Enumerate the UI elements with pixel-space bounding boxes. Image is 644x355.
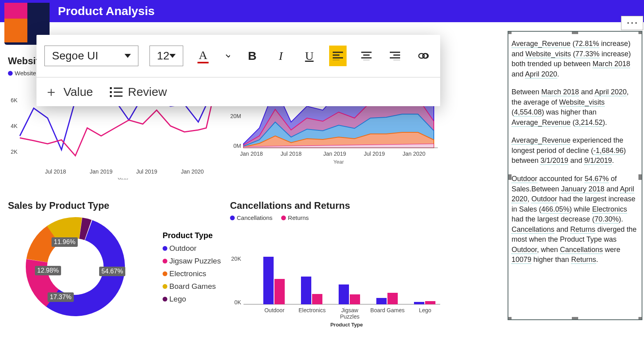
svg-rect-54 bbox=[263, 257, 274, 304]
svg-text:Jul 2018: Jul 2018 bbox=[281, 151, 302, 157]
svg-rect-60 bbox=[376, 298, 387, 304]
svg-text:4K: 4K bbox=[11, 123, 18, 129]
resize-handle[interactable] bbox=[508, 31, 512, 34]
resize-handle[interactable] bbox=[638, 31, 642, 34]
italic-button[interactable]: I bbox=[272, 46, 289, 66]
font-color-dropdown[interactable] bbox=[223, 46, 232, 66]
svg-text:11.96%: 11.96% bbox=[54, 239, 75, 245]
narrative-paragraph: Average_Revenue experienced the longest … bbox=[512, 136, 638, 166]
svg-rect-62 bbox=[414, 302, 424, 304]
svg-text:Jul 2018: Jul 2018 bbox=[45, 168, 66, 175]
svg-text:Outdoor: Outdoor bbox=[264, 307, 285, 313]
cancellations-returns-chart[interactable]: Cancellations and Returns Cancellations … bbox=[230, 200, 440, 347]
plus-icon: ＋ bbox=[44, 83, 58, 101]
legend-title: Product Type bbox=[163, 231, 221, 240]
smart-narrative-textbox[interactable]: Average_Revenue (72.81% increase) and We… bbox=[508, 31, 642, 320]
align-left-icon bbox=[333, 52, 343, 60]
chart-title: Cancellations and Returns bbox=[230, 200, 440, 211]
svg-text:20K: 20K bbox=[231, 256, 242, 262]
donut-legend: Product Type Outdoor Jigsaw Puzzles Elec… bbox=[163, 215, 221, 318]
review-label: Review bbox=[128, 85, 167, 99]
chart-legend: Cancellations Returns bbox=[230, 214, 440, 221]
page-title: Product Analysis bbox=[58, 4, 155, 18]
svg-rect-63 bbox=[425, 301, 435, 304]
resize-handle[interactable] bbox=[638, 317, 642, 320]
svg-rect-58 bbox=[339, 284, 349, 304]
font-color-icon: A bbox=[197, 48, 209, 63]
value-label: Value bbox=[63, 85, 93, 99]
review-button[interactable]: Review bbox=[107, 85, 167, 99]
hyperlink-button[interactable] bbox=[415, 46, 432, 66]
svg-text:2K: 2K bbox=[11, 149, 18, 155]
svg-text:0K: 0K bbox=[234, 299, 242, 305]
chevron-down-icon bbox=[125, 54, 131, 58]
svg-text:Jul 2019: Jul 2019 bbox=[364, 151, 385, 157]
svg-text:Jan 2018: Jan 2018 bbox=[240, 151, 263, 157]
donut-svg: 54.67% 17.37% 12.98% 11.96% bbox=[8, 215, 131, 318]
svg-rect-56 bbox=[301, 277, 311, 304]
bar-chart-svg: 0K 20K Outdoor Electronics JigsawPuzzles… bbox=[230, 221, 440, 332]
svg-text:6K: 6K bbox=[11, 97, 18, 103]
svg-text:Jan 2019: Jan 2019 bbox=[323, 151, 346, 157]
font-size-value: 12 bbox=[157, 50, 169, 62]
bold-button[interactable]: B bbox=[243, 46, 261, 66]
align-left-button[interactable] bbox=[329, 46, 347, 66]
align-right-button[interactable] bbox=[386, 46, 404, 66]
more-options-button[interactable] bbox=[621, 16, 643, 30]
resize-handle[interactable] bbox=[572, 317, 578, 320]
legend-swatch bbox=[8, 71, 13, 76]
add-value-button[interactable]: ＋ Value bbox=[44, 83, 93, 101]
svg-text:Year: Year bbox=[334, 159, 344, 165]
underline-button[interactable]: U bbox=[301, 46, 318, 66]
page-title-bar: Product Analysis bbox=[0, 0, 644, 22]
svg-rect-57 bbox=[312, 294, 322, 304]
narrative-paragraph: Between March 2018 and April 2020, the a… bbox=[512, 87, 638, 128]
sales-donut-chart[interactable]: Sales by Product Type 54.67% 17.37% 12.9… bbox=[8, 200, 226, 347]
chevron-down-icon bbox=[225, 54, 230, 58]
chevron-down-icon bbox=[169, 54, 176, 58]
svg-text:20M: 20M bbox=[230, 113, 241, 119]
align-center-button[interactable] bbox=[358, 46, 375, 66]
svg-text:Board Games: Board Games bbox=[370, 307, 404, 313]
svg-text:0M: 0M bbox=[234, 143, 241, 149]
text-format-toolbar: Segoe UI 12 A B I U bbox=[36, 35, 440, 106]
svg-text:Jan 2020: Jan 2020 bbox=[402, 151, 426, 157]
svg-text:Year: Year bbox=[118, 177, 128, 179]
svg-text:Jul 2019: Jul 2019 bbox=[136, 168, 157, 175]
svg-text:17.37%: 17.37% bbox=[50, 294, 71, 300]
svg-rect-59 bbox=[350, 294, 360, 304]
svg-rect-55 bbox=[274, 279, 285, 304]
svg-text:54.67%: 54.67% bbox=[102, 268, 123, 275]
svg-text:Lego: Lego bbox=[419, 307, 431, 313]
svg-rect-61 bbox=[387, 293, 398, 304]
svg-text:Jigsaw: Jigsaw bbox=[341, 307, 359, 313]
align-center-icon bbox=[361, 52, 372, 60]
svg-text:Jan 2019: Jan 2019 bbox=[90, 168, 113, 175]
list-icon bbox=[110, 87, 123, 97]
font-family-value: Segoe UI bbox=[52, 50, 98, 62]
resize-handle[interactable] bbox=[508, 317, 512, 320]
link-icon bbox=[418, 52, 429, 60]
svg-text:Jan 2020: Jan 2020 bbox=[181, 168, 204, 175]
align-right-icon bbox=[390, 52, 400, 60]
svg-text:Puzzles: Puzzles bbox=[340, 313, 359, 320]
svg-text:Electronics: Electronics bbox=[299, 307, 326, 313]
resize-handle[interactable] bbox=[572, 31, 578, 34]
resize-handle[interactable] bbox=[508, 174, 512, 180]
font-color-button[interactable]: A bbox=[194, 46, 212, 66]
svg-text:Product Type: Product Type bbox=[330, 322, 363, 328]
svg-text:12.98%: 12.98% bbox=[37, 267, 59, 274]
chart-title: Sales by Product Type bbox=[8, 200, 226, 211]
font-family-select[interactable]: Segoe UI bbox=[44, 46, 138, 66]
narrative-paragraph: Average_Revenue (72.81% increase) and We… bbox=[512, 39, 638, 79]
font-size-select[interactable]: 12 bbox=[150, 46, 183, 66]
resize-handle[interactable] bbox=[638, 174, 642, 180]
narrative-paragraph: Outdoor accounted for 54.67% of Sales.Be… bbox=[512, 174, 638, 265]
